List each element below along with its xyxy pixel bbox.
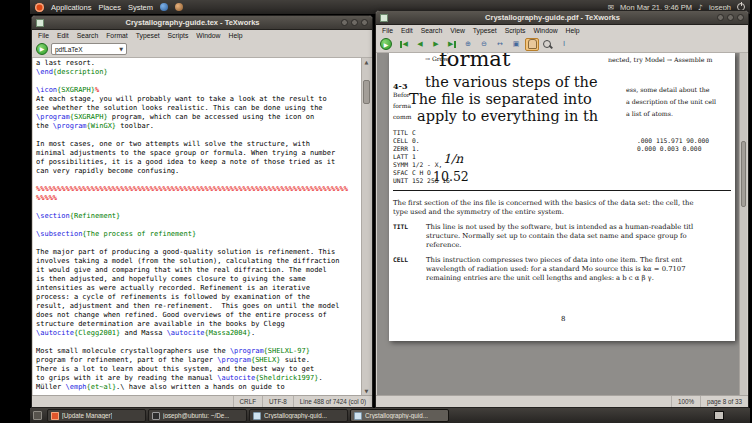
previous-page-button[interactable]: ◀ bbox=[413, 38, 427, 51]
editor-line[interactable]: \autocite{Clegg2001} and Massa \autocite… bbox=[36, 329, 359, 338]
maximize-button[interactable] bbox=[727, 14, 734, 21]
select-text-button[interactable]: I bbox=[557, 38, 571, 51]
editor-line[interactable]: a last resort. bbox=[36, 59, 359, 68]
editor-line[interactable]: In most cases, one or two attempts will … bbox=[36, 140, 359, 149]
editor-line[interactable] bbox=[36, 131, 359, 140]
menu-format[interactable]: Format bbox=[102, 32, 132, 39]
menu-edit[interactable]: Edit bbox=[53, 32, 73, 39]
menu-scripts[interactable]: Scripts bbox=[501, 27, 530, 34]
editor-line[interactable]: \section{Refinement} bbox=[36, 212, 359, 221]
menu-file[interactable]: File bbox=[34, 32, 53, 39]
magnifier-button[interactable] bbox=[541, 38, 555, 51]
menu-scripts[interactable]: Scripts bbox=[164, 32, 193, 39]
taskbar-button-texworks[interactable]: Crystallography-guid... bbox=[350, 409, 449, 422]
editor-line[interactable]: result, adjustment and then re-refinemen… bbox=[36, 302, 359, 311]
menu-system[interactable]: System bbox=[128, 3, 153, 12]
maximize-button[interactable] bbox=[351, 19, 358, 26]
editor-line[interactable]: \subsection{The process of refinement} bbox=[36, 230, 359, 239]
editor-line[interactable]: involves taking a model (from the soluti… bbox=[36, 257, 359, 266]
editor-line[interactable]: \end{description} bbox=[36, 68, 359, 77]
menu-typeset[interactable]: Typeset bbox=[132, 32, 164, 39]
editor-line[interactable]: Müller \emph{et~al}.\ have also written … bbox=[36, 383, 359, 392]
editor-line[interactable] bbox=[36, 176, 359, 185]
editor-line[interactable]: see whether the solution looks realistic… bbox=[36, 104, 359, 113]
pdf-scrollbar[interactable] bbox=[739, 53, 747, 395]
hand-tool-button[interactable] bbox=[525, 38, 539, 51]
menu-window[interactable]: Window bbox=[529, 27, 561, 34]
taskbar-button-terminal[interactable]: joseph@ubuntu: ~/De... bbox=[148, 409, 247, 422]
typeset-button[interactable]: ▶ bbox=[36, 43, 48, 55]
next-page-button[interactable]: ▶ bbox=[429, 38, 443, 51]
scrollbar-thumb[interactable] bbox=[741, 141, 746, 207]
fit-width-button[interactable]: ↔ bbox=[493, 38, 507, 51]
menu-search[interactable]: Search bbox=[73, 32, 103, 39]
menu-applications[interactable]: Applications bbox=[51, 3, 91, 12]
editor-line[interactable]: intensities as were actually recorded. R… bbox=[36, 284, 359, 293]
close-button[interactable] bbox=[361, 19, 368, 26]
editor-line[interactable]: minimal adjustments to the space group o… bbox=[36, 149, 359, 158]
editor-line[interactable]: \icon{SXGRAPH}% bbox=[36, 86, 359, 95]
minimize-button[interactable] bbox=[341, 19, 348, 26]
minimize-button[interactable] bbox=[717, 14, 724, 21]
editor-pane[interactable]: a last resort.\end{description} \icon{SX… bbox=[33, 58, 371, 395]
editor-line[interactable] bbox=[36, 203, 359, 212]
editor-line[interactable] bbox=[36, 77, 359, 86]
first-page-button[interactable]: ◀ bbox=[397, 38, 411, 51]
editor-line[interactable] bbox=[36, 239, 359, 248]
menu-places[interactable]: Places bbox=[98, 3, 121, 12]
browser-icon[interactable] bbox=[160, 3, 168, 11]
editor-line[interactable]: to grips with it are by reading the manu… bbox=[36, 374, 359, 383]
menu-view[interactable]: View bbox=[446, 27, 469, 34]
pdf-titlebar[interactable]: Crystallography-guide.pdf - TeXworks bbox=[376, 11, 748, 25]
editor-line[interactable]: the \program{WinGX} toolbar. bbox=[36, 122, 359, 131]
eol-indicator[interactable]: CRLF bbox=[233, 396, 262, 407]
scroll-up-icon[interactable]: ▲ bbox=[362, 59, 371, 65]
editor-line[interactable]: %%%%% bbox=[36, 194, 359, 203]
menu-window[interactable]: Window bbox=[192, 32, 224, 39]
workspace-switcher[interactable] bbox=[714, 411, 724, 420]
ubuntu-logo-icon[interactable] bbox=[35, 3, 44, 12]
zoom-level[interactable]: 100% bbox=[671, 396, 700, 407]
editor-line[interactable]: The major part of producing a good-quali… bbox=[36, 248, 359, 257]
editor-text[interactable]: a last resort.\end{description} \icon{SX… bbox=[36, 59, 359, 392]
engine-selector[interactable]: pdfLaTeX ▼ bbox=[51, 43, 127, 55]
editor-line[interactable] bbox=[36, 221, 359, 230]
scroll-down-icon[interactable]: ▼ bbox=[362, 388, 371, 394]
zoom-out-button[interactable]: ⊖ bbox=[477, 38, 491, 51]
editor-line[interactable]: is then adjusted, and hopefully comes cl… bbox=[36, 275, 359, 284]
editor-line[interactable]: it would give and comparing that with th… bbox=[36, 266, 359, 275]
taskbar-button-update-manager[interactable]: [Update Manager] bbox=[47, 409, 146, 422]
menu-edit[interactable]: Edit bbox=[397, 27, 417, 34]
close-button[interactable] bbox=[737, 14, 744, 21]
editor-titlebar[interactable]: Crystallography-guide.tex - TeXworks bbox=[32, 16, 372, 30]
zoom-in-button[interactable]: ⊕ bbox=[461, 38, 475, 51]
menu-help[interactable]: Help bbox=[225, 32, 247, 39]
pdf-page[interactable]: → Grow format nected, try Model → Assemb… bbox=[389, 53, 735, 341]
editor-line[interactable]: \program{SXGRAPH} program, which can be … bbox=[36, 113, 359, 122]
last-page-button[interactable]: ▶ bbox=[445, 38, 459, 51]
show-desktop-icon[interactable] bbox=[33, 411, 42, 420]
typeset-button[interactable]: ▶ bbox=[380, 38, 392, 50]
taskbar-button-texworks[interactable]: Crystallography-guid... bbox=[249, 409, 348, 422]
help-icon[interactable] bbox=[175, 3, 183, 11]
pdf-view[interactable]: → Grow format nected, try Model → Assemb… bbox=[377, 53, 747, 395]
editor-line[interactable]: There is a lot to learn about this syste… bbox=[36, 365, 359, 374]
editor-line[interactable]: does not change when refined. Good overv… bbox=[36, 311, 359, 320]
menu-file[interactable]: File bbox=[378, 27, 397, 34]
encoding-indicator[interactable]: UTF-8 bbox=[262, 396, 293, 407]
fit-window-button[interactable]: ▣ bbox=[509, 38, 523, 51]
editor-scrollbar[interactable]: ▲ ▼ bbox=[361, 58, 371, 395]
editor-line[interactable]: of possibilities, it is a good idea to k… bbox=[36, 158, 359, 167]
editor-line[interactable]: process: a cycle of refinements is follo… bbox=[36, 293, 359, 302]
editor-line[interactable]: %%%%%%%%%%%%%%%%%%%%%%%%%%%%%%%%%%%%%%%%… bbox=[36, 185, 359, 194]
editor-line[interactable]: At each stage, you will probably want to… bbox=[36, 95, 359, 104]
scrollbar-thumb[interactable] bbox=[363, 80, 370, 104]
editor-line[interactable]: can very rapidly become confusing. bbox=[36, 167, 359, 176]
editor-line[interactable]: Most small molecule crystallographers us… bbox=[36, 347, 359, 356]
menu-help[interactable]: Help bbox=[562, 27, 584, 34]
menu-search[interactable]: Search bbox=[417, 27, 447, 34]
editor-line[interactable]: structure determination are available in… bbox=[36, 320, 359, 329]
editor-line[interactable]: program for refinement, part of the larg… bbox=[36, 356, 359, 365]
menu-typeset[interactable]: Typeset bbox=[469, 27, 501, 34]
editor-line[interactable] bbox=[36, 338, 359, 347]
